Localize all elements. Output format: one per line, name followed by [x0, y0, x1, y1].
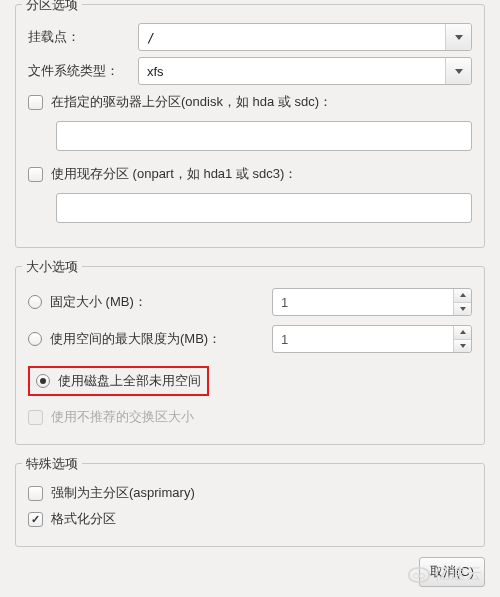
- fs-type-value: xfs: [139, 58, 445, 84]
- fixed-size-value: 1: [273, 289, 453, 315]
- cancel-button[interactable]: 取消(C): [419, 557, 485, 587]
- chevron-down-icon: [455, 69, 463, 74]
- mount-point-combo[interactable]: /: [138, 23, 472, 51]
- fixed-size-radio[interactable]: [28, 295, 42, 309]
- chevron-up-icon: [460, 330, 466, 334]
- onpart-input[interactable]: [56, 193, 472, 223]
- asprimary-checkbox[interactable]: [28, 486, 43, 501]
- fill-option-highlight: 使用磁盘上全部未用空间: [28, 366, 209, 396]
- max-size-radio[interactable]: [28, 332, 42, 346]
- fs-type-label: 文件系统类型：: [28, 62, 138, 80]
- max-size-down[interactable]: [454, 340, 471, 353]
- onpart-label: 使用现存分区 (onpart，如 hda1 或 sdc3)：: [51, 165, 297, 183]
- ondisk-label: 在指定的驱动器上分区(ondisk，如 hda 或 sdc)：: [51, 93, 332, 111]
- fill-unused-label: 使用磁盘上全部未用空间: [58, 372, 201, 390]
- mount-point-value: /: [139, 24, 445, 50]
- format-label: 格式化分区: [51, 510, 116, 528]
- fixed-size-up[interactable]: [454, 289, 471, 303]
- fill-unused-radio[interactable]: [36, 374, 50, 388]
- max-size-value: 1: [273, 326, 453, 352]
- max-size-spinner[interactable]: 1: [272, 325, 472, 353]
- asprimary-label: 强制为主分区(asprimary): [51, 484, 195, 502]
- size-options-fieldset: 大小选项 固定大小 (MB)： 1 使用空间的最大限度为(MB)： 1 使用磁盘…: [15, 266, 485, 445]
- special-legend: 特殊选项: [22, 455, 82, 473]
- chevron-down-icon: [460, 344, 466, 348]
- mount-point-dropdown[interactable]: [445, 24, 471, 50]
- mount-point-label: 挂载点：: [28, 28, 138, 46]
- max-size-up[interactable]: [454, 326, 471, 340]
- size-legend: 大小选项: [22, 258, 82, 276]
- swap-size-label: 使用不推荐的交换区大小: [51, 408, 194, 426]
- ondisk-input[interactable]: [56, 121, 472, 151]
- partition-options-fieldset: 分区选项 挂载点： / 文件系统类型： xfs 在指定的驱动器上分区(ondis…: [15, 4, 485, 248]
- fs-type-dropdown[interactable]: [445, 58, 471, 84]
- fixed-size-spinner[interactable]: 1: [272, 288, 472, 316]
- chevron-down-icon: [460, 307, 466, 311]
- max-size-label: 使用空间的最大限度为(MB)：: [50, 330, 221, 348]
- dialog-buttons: 取消(C): [419, 557, 485, 587]
- fixed-size-down[interactable]: [454, 303, 471, 316]
- fs-type-combo[interactable]: xfs: [138, 57, 472, 85]
- chevron-up-icon: [460, 293, 466, 297]
- fixed-size-label: 固定大小 (MB)：: [50, 293, 147, 311]
- ondisk-checkbox[interactable]: [28, 95, 43, 110]
- chevron-down-icon: [455, 35, 463, 40]
- swap-size-checkbox: [28, 410, 43, 425]
- partition-legend: 分区选项: [22, 0, 82, 14]
- format-checkbox[interactable]: [28, 512, 43, 527]
- special-options-fieldset: 特殊选项 强制为主分区(asprimary) 格式化分区: [15, 463, 485, 547]
- onpart-checkbox[interactable]: [28, 167, 43, 182]
